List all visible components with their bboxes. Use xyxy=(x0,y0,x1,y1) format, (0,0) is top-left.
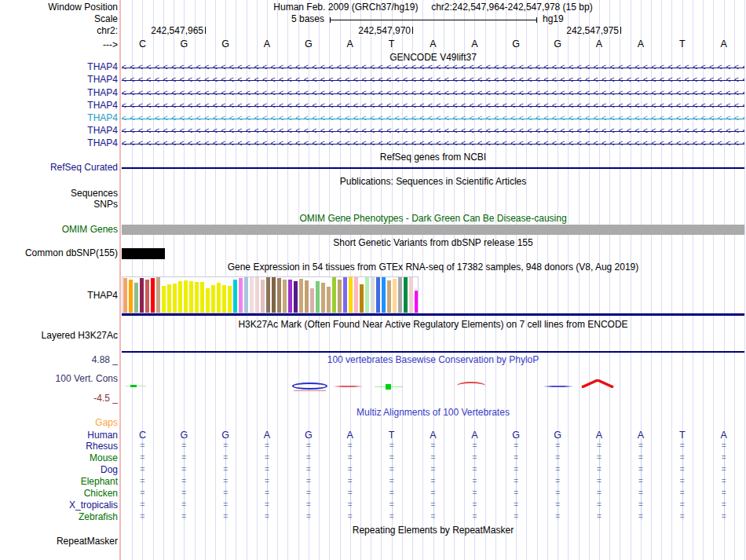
refseq-gene-bar[interactable] xyxy=(122,167,744,169)
gene-row-arrows[interactable]: <<<<<<<<<<<<<<<<<<<<<<<<<<<<<<<<<<<<<<<<… xyxy=(122,126,744,136)
gtex-tissue-bar[interactable] xyxy=(288,280,292,313)
gtex-tissue-bar[interactable] xyxy=(332,277,336,313)
alignment-mark: = xyxy=(205,453,247,463)
gene-row-arrows[interactable]: <<<<<<<<<<<<<<<<<<<<<<<<<<<<<<<<<<<<<<<<… xyxy=(122,89,744,98)
multiz-human-label[interactable]: Human xyxy=(0,430,118,441)
species-row-label[interactable]: X_tropicalis xyxy=(0,500,118,511)
gtex-tissue-bar[interactable] xyxy=(217,283,221,313)
alignment-mark: = xyxy=(122,453,163,463)
gtex-tissue-bar[interactable] xyxy=(140,278,144,313)
gtex-tissue-bar[interactable] xyxy=(305,280,309,313)
gene-row-arrows[interactable]: <<<<<<<<<<<<<<<<<<<<<<<<<<<<<<<<<<<<<<<<… xyxy=(122,114,744,123)
alignment-mark: = xyxy=(620,453,661,463)
gtex-tissue-bar[interactable] xyxy=(200,282,204,313)
species-row-label[interactable]: Mouse xyxy=(0,453,118,463)
alignment-mark: = xyxy=(247,453,288,463)
species-row-label[interactable]: Chicken xyxy=(0,489,118,499)
omim-genes-label[interactable]: OMIM Genes xyxy=(0,225,118,235)
gtex-tissue-bar[interactable] xyxy=(376,276,380,313)
gene-row-arrows[interactable]: <<<<<<<<<<<<<<<<<<<<<<<<<<<<<<<<<<<<<<<<… xyxy=(122,139,744,148)
gtex-tissue-bar[interactable] xyxy=(360,284,364,313)
layered-h3k27ac-label[interactable]: Layered H3K27Ac xyxy=(0,331,118,341)
gtex-tissue-bar[interactable] xyxy=(371,276,375,313)
gene-row-label[interactable]: THAP4 xyxy=(0,101,118,111)
gtex-tissue-bar[interactable] xyxy=(277,278,281,313)
gtex-tissue-bar[interactable] xyxy=(178,281,182,313)
gtex-tissue-bar[interactable] xyxy=(156,276,160,313)
gtex-tissue-bar[interactable] xyxy=(162,286,166,313)
gtex-tissue-bar[interactable] xyxy=(233,280,237,313)
gtex-tissue-bar[interactable] xyxy=(195,282,199,313)
repeatmasker-label[interactable]: RepeatMasker xyxy=(0,536,118,547)
gene-row-arrows[interactable]: <<<<<<<<<<<<<<<<<<<<<<<<<<<<<<<<<<<<<<<<… xyxy=(122,101,744,111)
gtex-tissue-bar[interactable] xyxy=(316,281,320,313)
gtex-tissue-bar[interactable] xyxy=(266,276,270,313)
gtex-tissue-bar[interactable] xyxy=(272,276,276,313)
gtex-tissue-bar[interactable] xyxy=(409,276,413,313)
gene-row-arrows[interactable]: <<<<<<<<<<<<<<<<<<<<<<<<<<<<<<<<<<<<<<<<… xyxy=(122,63,744,72)
gtex-tissue-bar[interactable] xyxy=(415,291,419,313)
omim-gene-bar[interactable] xyxy=(122,225,744,235)
gtex-tissue-bar[interactable] xyxy=(189,281,193,313)
species-row-label[interactable]: Zebrafish xyxy=(0,512,118,522)
phylop-track-label[interactable]: 100 Vert. Cons xyxy=(0,374,118,384)
gene-row-label[interactable]: THAP4 xyxy=(0,126,118,136)
alignment-mark: = xyxy=(412,441,454,451)
gtex-tissue-bar[interactable] xyxy=(365,277,369,313)
gtex-tissue-bar[interactable] xyxy=(250,276,254,313)
gtex-tissue-bar[interactable] xyxy=(255,276,259,313)
gtex-tissue-bar[interactable] xyxy=(261,280,265,313)
alignment-mark: = xyxy=(371,453,412,463)
gtex-tissue-bar[interactable] xyxy=(299,279,303,313)
gtex-tissue-bar[interactable] xyxy=(173,284,177,313)
multiz-gaps-label[interactable]: Gaps xyxy=(0,418,118,428)
alignment-mark: = xyxy=(163,489,205,498)
dbsnp-variant-bar[interactable] xyxy=(122,248,165,259)
gtex-gene-label[interactable]: THAP4 xyxy=(0,291,118,301)
gtex-tissue-bar[interactable] xyxy=(387,280,391,313)
gtex-tissue-bar[interactable] xyxy=(393,279,397,313)
snps-label[interactable]: SNPs xyxy=(0,199,118,210)
gtex-expression-chart[interactable] xyxy=(122,276,419,313)
gtex-tissue-bar[interactable] xyxy=(354,276,358,313)
gtex-tissue-bar[interactable] xyxy=(343,276,347,313)
gtex-tissue-bar[interactable] xyxy=(211,285,215,313)
gene-row-label[interactable]: THAP4 xyxy=(0,138,118,148)
gene-row-label[interactable]: THAP4 xyxy=(0,113,118,123)
gtex-tissue-bar[interactable] xyxy=(321,283,325,313)
gtex-tissue-bar[interactable] xyxy=(294,281,298,313)
gene-row-label[interactable]: THAP4 xyxy=(0,88,118,98)
species-row-label[interactable]: Rhesus xyxy=(0,441,118,452)
gene-row-label[interactable]: THAP4 xyxy=(0,75,118,85)
gtex-tissue-bar[interactable] xyxy=(338,280,342,313)
gtex-tissue-bar[interactable] xyxy=(228,286,232,313)
gtex-tissue-bar[interactable] xyxy=(167,284,171,313)
alignment-mark: = xyxy=(661,489,703,498)
gene-row-arrows[interactable]: <<<<<<<<<<<<<<<<<<<<<<<<<<<<<<<<<<<<<<<<… xyxy=(122,75,744,85)
gtex-tissue-bar[interactable] xyxy=(327,287,331,313)
sequences-label[interactable]: Sequences xyxy=(0,188,118,199)
gene-row-label[interactable]: THAP4 xyxy=(0,62,118,72)
common-dbsnp-label[interactable]: Common dbSNP(155) xyxy=(0,248,118,258)
gtex-tissue-bar[interactable] xyxy=(206,288,210,313)
gtex-tissue-bar[interactable] xyxy=(244,276,248,313)
gtex-gene-model-bar[interactable] xyxy=(122,313,744,316)
gtex-tissue-bar[interactable] xyxy=(382,276,386,313)
gtex-tissue-bar[interactable] xyxy=(310,288,314,313)
gtex-tissue-bar[interactable] xyxy=(145,280,149,313)
human-base: C xyxy=(122,430,163,441)
gtex-tissue-bar[interactable] xyxy=(398,276,402,313)
gtex-tissue-bar[interactable] xyxy=(222,285,226,313)
gtex-tissue-bar[interactable] xyxy=(239,278,243,313)
gtex-tissue-bar[interactable] xyxy=(134,283,138,313)
refseq-curated-label[interactable]: RefSeq Curated xyxy=(0,163,118,173)
species-row-label[interactable]: Dog xyxy=(0,465,118,475)
gtex-tissue-bar[interactable] xyxy=(129,280,133,313)
gtex-tissue-bar[interactable] xyxy=(349,277,353,313)
gtex-tissue-bar[interactable] xyxy=(283,280,287,313)
gtex-tissue-bar[interactable] xyxy=(123,278,127,313)
species-row-label[interactable]: Elephant xyxy=(0,477,118,487)
gtex-tissue-bar[interactable] xyxy=(404,276,408,313)
gtex-tissue-bar[interactable] xyxy=(151,278,155,313)
gtex-tissue-bar[interactable] xyxy=(184,280,188,313)
